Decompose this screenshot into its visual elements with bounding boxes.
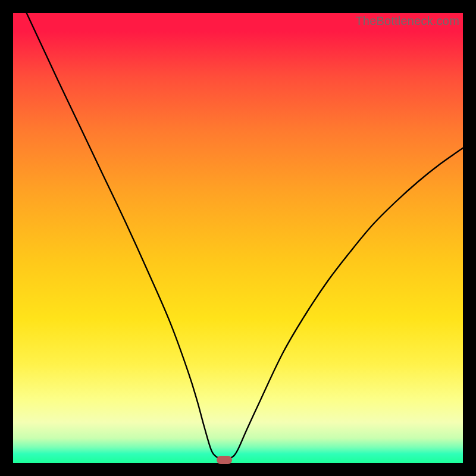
curve-path	[27, 13, 463, 458]
chart-frame: TheBottleneck.com	[0, 0, 476, 476]
bottleneck-curve	[13, 13, 463, 463]
plot-area: TheBottleneck.com	[13, 13, 463, 463]
optimum-marker	[217, 456, 232, 464]
